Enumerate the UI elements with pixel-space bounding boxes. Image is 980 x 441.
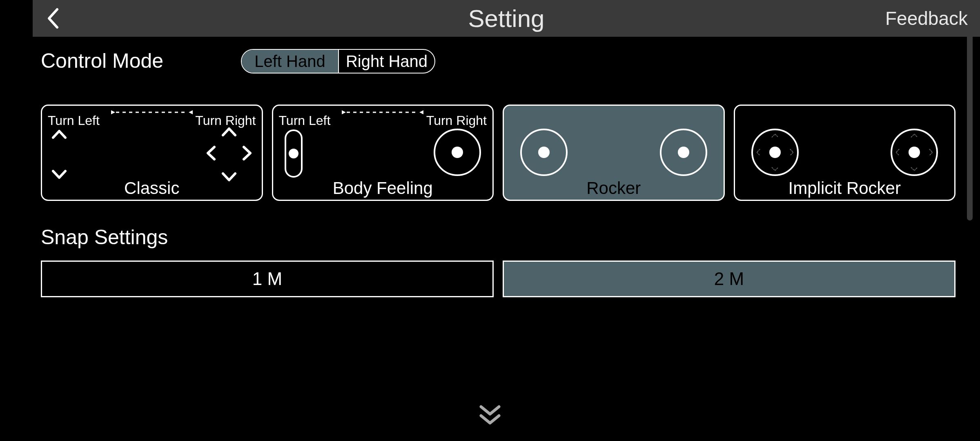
joystick-icon xyxy=(434,129,481,176)
mode-card-implicit-rocker[interactable]: Implicit Rocker xyxy=(734,105,956,201)
mode-card-classic[interactable]: Turn Left Turn Right Classic xyxy=(41,105,263,201)
turn-right-label: Turn Right xyxy=(426,113,487,128)
control-mode-cards: Turn Left Turn Right Classic xyxy=(41,105,956,201)
header-bar: Setting Feedback xyxy=(33,0,980,37)
snap-options-row: 1 M 2 M xyxy=(41,261,956,297)
mode-card-body-feeling[interactable]: Turn Left Turn Right Body Feeling xyxy=(272,105,494,201)
dpad-icon xyxy=(205,129,254,180)
mode-card-rocker[interactable]: Rocker xyxy=(503,105,725,201)
turn-left-label: Turn Left xyxy=(279,113,331,128)
left-gutter xyxy=(0,0,33,441)
hand-toggle: Left Hand Right Hand xyxy=(241,49,435,74)
snap-settings-label: Snap Settings xyxy=(41,225,956,249)
mode-label: Classic xyxy=(42,178,262,198)
joystick-icon xyxy=(660,129,707,176)
page-title: Setting xyxy=(468,4,545,33)
scroll-down-indicator[interactable] xyxy=(318,404,662,430)
chevron-up-icon xyxy=(51,129,67,141)
control-mode-section: Control Mode Left Hand Right Hand Turn L… xyxy=(41,49,956,201)
joystick-icon xyxy=(751,129,799,176)
joystick-icon xyxy=(520,129,568,176)
joystick-icon xyxy=(891,129,938,176)
snap-option-1m[interactable]: 1 M xyxy=(41,261,494,297)
faint-dpad-icon xyxy=(892,130,936,174)
mode-label: Rocker xyxy=(504,178,724,198)
chevron-left-icon xyxy=(45,7,61,30)
hand-option-right[interactable]: Right Hand xyxy=(338,50,434,73)
back-button[interactable] xyxy=(33,0,74,37)
mode-label: Implicit Rocker xyxy=(735,178,955,198)
vertical-slider-icon xyxy=(285,129,303,178)
scrollbar[interactable] xyxy=(967,33,973,220)
feedback-button[interactable]: Feedback xyxy=(885,7,968,29)
hand-option-left[interactable]: Left Hand xyxy=(242,50,338,73)
snap-option-2m[interactable]: 2 M xyxy=(503,261,956,297)
double-chevron-down-icon xyxy=(478,404,502,428)
faint-dpad-icon xyxy=(753,130,797,174)
classic-icons xyxy=(46,129,258,180)
mode-label: Body Feeling xyxy=(273,178,493,198)
turn-left-label: Turn Left xyxy=(48,113,100,128)
snap-settings-section: Snap Settings 1 M 2 M xyxy=(41,225,956,297)
control-mode-label: Control Mode xyxy=(41,49,956,73)
